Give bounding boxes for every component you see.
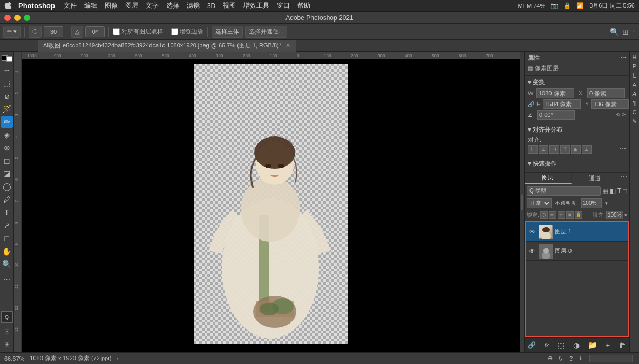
search-icon[interactable]: 🔍: [610, 28, 619, 36]
layer-0-visibility[interactable]: 👁: [528, 247, 536, 256]
magic-wand-tool[interactable]: 🪄: [1, 103, 13, 115]
document-tab[interactable]: AI改图-e6ccb51249cb4324ba852fd3924dca1c-10…: [38, 40, 296, 52]
lock-position-btn[interactable]: ✛: [558, 211, 565, 219]
side-adjustments-icon[interactable]: A: [631, 81, 638, 89]
filter-type-icon[interactable]: T: [617, 187, 621, 195]
align-right-btn[interactable]: ⊣: [549, 145, 559, 154]
panel-collapse-handle[interactable]: [520, 52, 524, 352]
status-arrow[interactable]: ›: [117, 355, 119, 362]
side-paths-icon[interactable]: ✎: [631, 118, 638, 126]
width-input[interactable]: [536, 88, 574, 98]
hand-tool[interactable]: ✋: [1, 245, 13, 257]
shape-tool[interactable]: □: [1, 232, 13, 244]
new-group-btn[interactable]: 📁: [588, 341, 597, 349]
canvas-area[interactable]: [22, 59, 520, 352]
history-icon[interactable]: ⏱: [568, 355, 574, 362]
side-channels-icon[interactable]: C: [631, 109, 638, 116]
change-screen-mode[interactable]: ⊡: [1, 325, 13, 337]
link-layers-btn[interactable]: 🔗: [528, 341, 536, 349]
new-adjustment-btn[interactable]: ◑: [573, 341, 580, 349]
layers-search-input[interactable]: [527, 186, 601, 196]
lock-all-btn[interactable]: 🔒: [575, 211, 582, 219]
align-more-btn[interactable]: ⋯: [620, 145, 626, 154]
tab-channels[interactable]: 通道: [572, 173, 618, 184]
tab-close-icon[interactable]: ✕: [285, 42, 290, 49]
menu-image[interactable]: 图像: [105, 1, 118, 10]
info-icon[interactable]: ℹ: [580, 355, 582, 362]
selection-tool[interactable]: ⬚: [1, 77, 13, 89]
brush-tool[interactable]: ✏: [1, 116, 13, 128]
zoom-tool[interactable]: 🔍: [1, 258, 13, 270]
side-properties-icon[interactable]: P: [631, 63, 638, 71]
more-tools[interactable]: …: [1, 271, 13, 283]
layer-item-1[interactable]: 👁 图层 1: [526, 222, 628, 242]
lock-paint-btn[interactable]: ✏: [549, 211, 556, 219]
filter-pixel-icon[interactable]: ▦: [602, 187, 608, 195]
sample-all-layers-check[interactable]: 对所有图层取样: [113, 28, 163, 36]
side-libraries-icon[interactable]: L: [631, 72, 638, 80]
new-layer-btn[interactable]: +: [606, 341, 610, 349]
side-paragraph-icon[interactable]: ¶: [631, 100, 638, 107]
menu-filter[interactable]: 滤镜: [187, 1, 200, 10]
move-tool[interactable]: ↔: [1, 64, 13, 76]
actions-icon[interactable]: fx: [558, 355, 563, 362]
menu-edit[interactable]: 编辑: [84, 1, 97, 10]
opacity-arrow[interactable]: ▾: [605, 201, 608, 206]
height-input[interactable]: [543, 99, 581, 109]
quick-mask-mode[interactable]: Q: [1, 311, 13, 323]
x-input[interactable]: [587, 88, 625, 98]
minimize-button[interactable]: [14, 15, 21, 21]
add-mask-btn[interactable]: ⬚: [558, 341, 565, 349]
menu-select[interactable]: 选择: [166, 1, 179, 10]
select-subject-btn[interactable]: 选择主体: [212, 26, 243, 38]
menu-file[interactable]: 文件: [64, 1, 77, 10]
brush-shape-btn[interactable]: ⬡: [29, 26, 42, 38]
layers-panel-options[interactable]: ⋯: [618, 173, 629, 184]
lasso-tool[interactable]: ⌀: [1, 90, 13, 102]
angle-input[interactable]: [85, 26, 105, 37]
menu-text[interactable]: 文字: [146, 1, 159, 10]
path-selection-tool[interactable]: ↗: [1, 219, 13, 231]
filter-adjust-icon[interactable]: ◧: [610, 187, 616, 195]
dodge-tool[interactable]: ◯: [1, 181, 13, 193]
angle-input-prop[interactable]: [537, 110, 575, 120]
delete-layer-btn[interactable]: 🗑: [618, 341, 626, 349]
tab-layers[interactable]: 图层: [525, 173, 572, 184]
extras-button[interactable]: ⊞: [1, 338, 13, 350]
lock-transparent-btn[interactable]: ⬡: [540, 211, 548, 219]
menu-view[interactable]: 视图: [223, 1, 236, 10]
opacity-input[interactable]: [581, 198, 602, 208]
enhance-edge-check[interactable]: 增强边缘: [171, 28, 203, 36]
clone-tool[interactable]: ◈: [1, 129, 13, 141]
fx-btn[interactable]: fx: [545, 342, 549, 348]
healing-tool[interactable]: ⊕: [1, 142, 13, 154]
pen-tool[interactable]: 🖊: [1, 194, 13, 205]
side-history-icon[interactable]: H: [631, 54, 638, 61]
select-mask-btn[interactable]: 选择并遮住...: [245, 26, 287, 38]
background-color[interactable]: [6, 56, 12, 62]
eraser-tool[interactable]: ◻: [1, 155, 13, 167]
side-glyphs-icon[interactable]: A: [631, 91, 638, 98]
menu-plugins[interactable]: 增效工具: [243, 1, 269, 10]
align-center-h-btn[interactable]: ⊥: [539, 145, 548, 154]
panel-options-icon[interactable]: ⋯: [620, 54, 626, 61]
align-top-btn[interactable]: ⊤: [560, 145, 570, 154]
maximize-button[interactable]: [24, 15, 30, 21]
menu-help[interactable]: 帮助: [297, 1, 310, 10]
brush-size-input[interactable]: [44, 26, 63, 37]
lock-artboard-btn[interactable]: ⊞: [566, 211, 574, 219]
navigator-icon[interactable]: ⊕: [548, 355, 553, 362]
fill-arrow[interactable]: ▾: [624, 212, 627, 218]
blend-mode-select[interactable]: 正常: [527, 198, 552, 208]
filter-shape-icon[interactable]: □: [623, 187, 627, 195]
align-center-v-btn[interactable]: ⊞: [571, 145, 581, 154]
layer-item-0[interactable]: 👁 图层 0: [526, 242, 628, 261]
layer-1-visibility[interactable]: 👁: [528, 228, 536, 236]
y-input[interactable]: [591, 99, 629, 109]
menu-3d[interactable]: 3D: [207, 2, 215, 10]
fill-input[interactable]: [606, 211, 623, 219]
angle-btn[interactable]: △: [71, 26, 83, 38]
gradient-tool[interactable]: ◪: [1, 168, 13, 180]
align-bottom-btn[interactable]: ⊥: [582, 145, 592, 154]
tool-preset-btn[interactable]: ✏ ▾: [3, 26, 21, 38]
